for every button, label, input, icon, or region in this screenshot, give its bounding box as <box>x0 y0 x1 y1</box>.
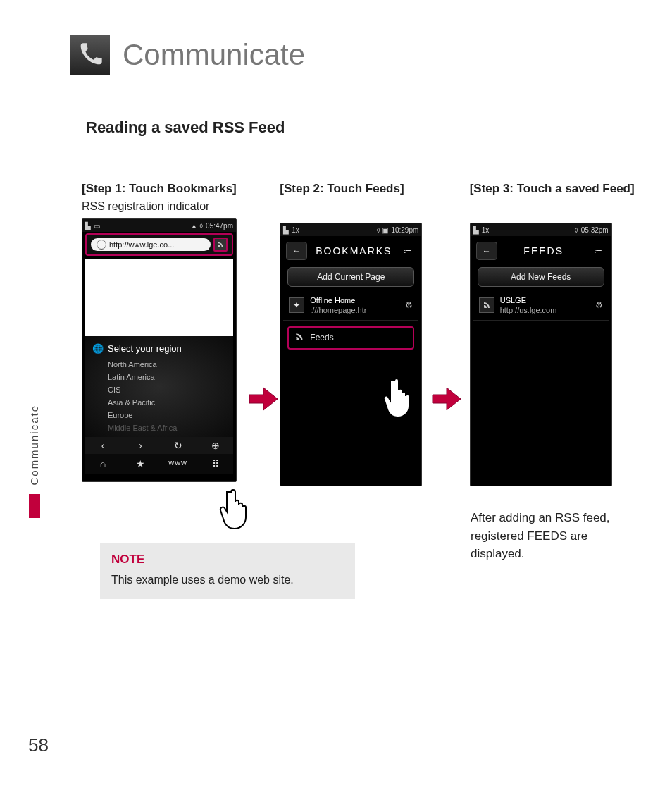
back-icon[interactable]: ‹ <box>92 440 113 451</box>
feed-url: http://us.lge.com <box>500 305 590 315</box>
rss-icon <box>294 332 304 344</box>
bookmark-item[interactable]: ✦ Offline Home :///homepage.htr ⚙ <box>283 291 418 321</box>
side-tab-marker <box>29 494 40 518</box>
step-3-label: [Step 3: Touch a saved Feed] <box>470 182 652 196</box>
screen-title: FEEDS <box>497 245 590 257</box>
globe-icon: 🌐 <box>92 343 104 354</box>
gear-icon[interactable]: ⚙ <box>405 300 413 310</box>
rss-icon[interactable] <box>213 238 228 252</box>
side-tab-label: Communicate <box>28 405 40 486</box>
hand-cursor-icon <box>217 485 259 534</box>
url-bar[interactable]: http://www.lge.co... <box>85 233 233 256</box>
www-button[interactable]: www <box>168 458 189 469</box>
browser-toolbar: ⌂ ★ www ⠿ <box>85 454 233 474</box>
status-time-3: 05:32pm <box>581 226 609 234</box>
feeds-label: Feeds <box>310 333 333 343</box>
grid-icon[interactable]: ⠿ <box>205 458 226 469</box>
list-item[interactable]: Asia & Pacific <box>92 396 226 409</box>
section-title: Reading a saved RSS Feed <box>86 118 285 137</box>
list-item[interactable]: Middle East & Africa <box>92 421 226 434</box>
status-bar-3: ▙1x ◊05:32pm <box>471 223 611 236</box>
globe-icon <box>97 240 106 250</box>
step-2-column: [Step 2: Touch Feeds] ▙1x ◊ ▣10:29pm ← B… <box>280 182 441 486</box>
reload-icon[interactable]: ↻ <box>168 440 189 451</box>
screen-title: BOOKMARKS <box>307 245 400 257</box>
bookmark-star-icon[interactable]: ★ <box>130 458 151 469</box>
back-button[interactable]: ← <box>286 242 307 260</box>
status-bar-1: ▙▭ ▲ ◊05:47pm <box>82 219 236 232</box>
signal-icon: ▙ <box>85 222 91 230</box>
phone-icon <box>70 35 110 75</box>
footer-rule <box>28 725 92 725</box>
phone-2-screenshot: ▙1x ◊ ▣10:29pm ← BOOKMARKS ≔ Add Current… <box>280 223 422 486</box>
feeds-item[interactable]: Feeds <box>287 326 414 350</box>
signal-icon: ▙ <box>283 226 289 234</box>
status-time-2: 10:29pm <box>391 226 418 234</box>
menu-icon[interactable]: ≔ <box>590 246 606 256</box>
phone-1-screenshot: ▙▭ ▲ ◊05:47pm http://www.lge.co... 🌐Sele… <box>82 218 237 482</box>
step-1-column: [Step 1: Touch Bookmarks] RSS registrati… <box>82 182 266 486</box>
signal-icon: ▙ <box>473 226 479 234</box>
note-label: NOTE <box>111 553 344 567</box>
arrow-icon <box>431 386 462 412</box>
rss-icon <box>479 297 494 313</box>
chapter-header: Communicate <box>70 35 305 75</box>
bookmark-title: Offline Home <box>310 295 399 305</box>
step-3-caption: After adding an RSS feed, registered FEE… <box>471 509 626 563</box>
step-1-label: [Step 1: Touch Bookmarks] <box>82 182 266 196</box>
add-current-page-button[interactable]: Add Current Page <box>287 267 414 287</box>
bookmark-url: :///homepage.htr <box>310 305 399 315</box>
menu-icon[interactable]: ≔ <box>400 246 416 256</box>
chapter-title: Communicate <box>123 38 305 72</box>
feed-item[interactable]: USLGE http://us.lge.com ⚙ <box>473 291 609 321</box>
back-button[interactable]: ← <box>476 242 497 260</box>
thumb-icon: ✦ <box>289 297 304 313</box>
url-text: http://www.lge.co... <box>109 240 174 249</box>
home-icon[interactable]: ⌂ <box>92 458 113 469</box>
step-3-column: [Step 3: Touch a saved Feed] ▙1x ◊05:32p… <box>470 182 652 486</box>
list-item[interactable]: North America <box>92 358 226 371</box>
page-number: 58 <box>28 734 49 756</box>
forward-icon[interactable]: › <box>130 440 151 451</box>
browser-nav-row: ‹ › ↻ ⊕ <box>85 437 233 454</box>
region-panel: 🌐Select your region North America Latin … <box>85 336 233 437</box>
step-2-label: [Step 2: Touch Feeds] <box>280 182 441 196</box>
list-item[interactable]: Latin America <box>92 371 226 383</box>
status-bar-2: ▙1x ◊ ▣10:29pm <box>280 223 421 236</box>
phone-3-screenshot: ▙1x ◊05:32pm ← FEEDS ≔ Add New Feeds USL… <box>470 223 612 486</box>
list-item[interactable]: Europe <box>92 409 226 421</box>
list-item[interactable]: CIS <box>92 383 226 396</box>
zoom-icon[interactable]: ⊕ <box>205 440 226 451</box>
note-text: This example uses a demo web site. <box>111 574 344 586</box>
side-tab: Communicate <box>28 405 40 518</box>
add-new-feeds-button[interactable]: Add New Feeds <box>478 267 604 287</box>
step-1-sub: RSS registration indicator <box>82 200 266 213</box>
feed-title: USLGE <box>500 295 590 305</box>
status-time-1: 05:47pm <box>206 222 233 230</box>
gear-icon[interactable]: ⚙ <box>595 300 603 310</box>
note-box: NOTE This example uses a demo web site. <box>100 543 355 599</box>
arrow-icon <box>248 386 279 412</box>
page-body <box>85 259 233 336</box>
